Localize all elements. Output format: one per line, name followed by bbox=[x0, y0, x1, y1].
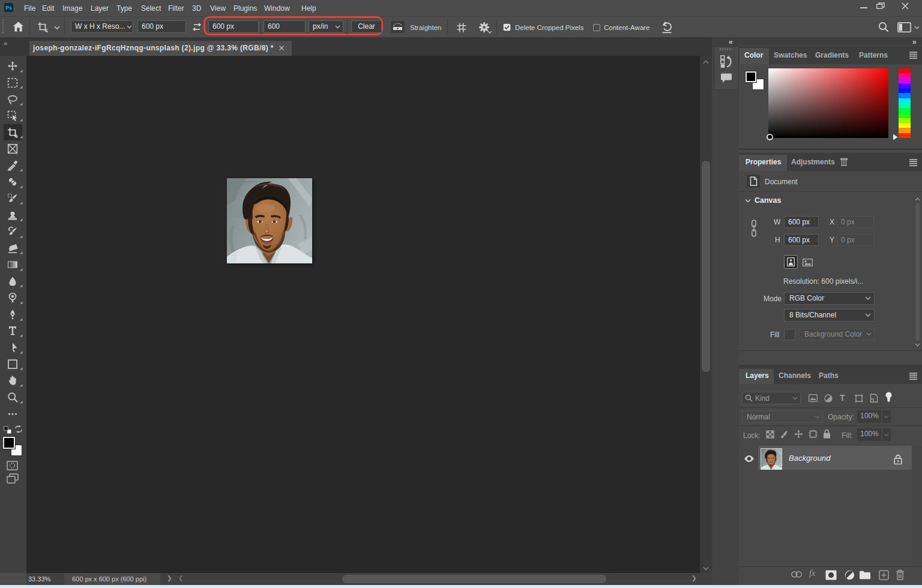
svg-text:Ps: Ps bbox=[5, 5, 12, 11]
